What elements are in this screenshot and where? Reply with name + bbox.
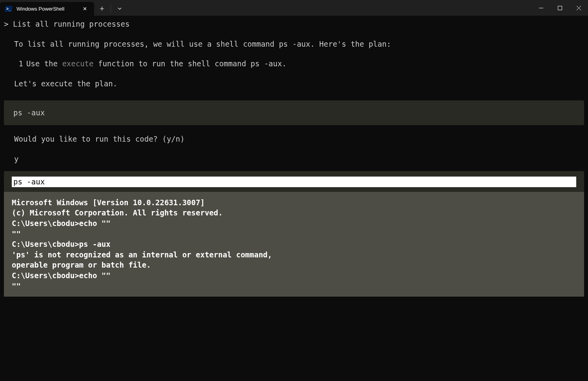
window-controls xyxy=(532,0,588,16)
step-1: 1Use the execute function to run the she… xyxy=(14,58,584,69)
proposed-code-block: ps -aux xyxy=(4,100,584,125)
titlebar-drag-area[interactable] xyxy=(127,0,532,16)
output-line: C:\Users\cbodu>echo "" xyxy=(12,218,576,229)
terminal-area[interactable]: > List all running processes To list all… xyxy=(0,16,588,300)
response-text-2: Let's execute the plan. xyxy=(14,78,584,89)
divider xyxy=(111,5,111,13)
output-line: (c) Microsoft Corporation. All rights re… xyxy=(12,208,576,218)
titlebar: >_ Windows PowerShell ✕ xyxy=(0,0,588,16)
proposed-code-text: ps -aux xyxy=(13,108,575,118)
output-line: Microsoft Windows [Version 10.0.22631.30… xyxy=(12,197,576,208)
confirm-prompt: Would you like to run this code? (y/n) xyxy=(14,134,584,144)
output-line: 'ps' is not recognized as an internal or… xyxy=(12,250,576,260)
step-number: 1 xyxy=(18,59,23,68)
tab-title: Windows PowerShell xyxy=(16,6,76,12)
prompt-marker: > xyxy=(4,20,8,28)
confirm-answer: y xyxy=(14,154,584,164)
assistant-response: To list all running processes, we will u… xyxy=(14,39,584,89)
tab-powershell[interactable]: >_ Windows PowerShell ✕ xyxy=(0,2,94,16)
maximize-button[interactable] xyxy=(550,0,569,16)
step-text-dim: execute xyxy=(62,59,93,68)
tab-actions xyxy=(94,2,127,16)
new-tab-button[interactable] xyxy=(94,2,110,16)
response-text-1: To list all running processes, we will u… xyxy=(14,39,584,49)
output-line: C:\Users\cbodu>ps -aux xyxy=(12,239,576,250)
minimize-button[interactable] xyxy=(532,0,550,16)
execution-output: ps -aux Microsoft Windows [Version 10.0.… xyxy=(4,171,584,297)
tab-dropdown-button[interactable] xyxy=(112,2,127,16)
svg-rect-0 xyxy=(558,6,562,10)
output-line: "" xyxy=(12,229,576,239)
executed-command-header: ps -aux xyxy=(12,177,576,187)
command-output-body: Microsoft Windows [Version 10.0.22631.30… xyxy=(4,192,584,297)
prompt-line: > List all running processes xyxy=(4,19,584,29)
step-text-prefix: Use the xyxy=(26,59,62,68)
step-text-suffix: function to run the shell command ps -au… xyxy=(94,59,287,68)
output-line: C:\Users\cbodu>echo "" xyxy=(12,270,576,281)
window-close-button[interactable] xyxy=(569,0,588,16)
output-line: operable program or batch file. xyxy=(12,260,576,270)
user-input-text: List all running processes xyxy=(13,20,129,28)
powershell-icon: >_ xyxy=(5,5,13,13)
output-line: "" xyxy=(12,281,576,292)
tab-close-button[interactable]: ✕ xyxy=(80,4,89,13)
